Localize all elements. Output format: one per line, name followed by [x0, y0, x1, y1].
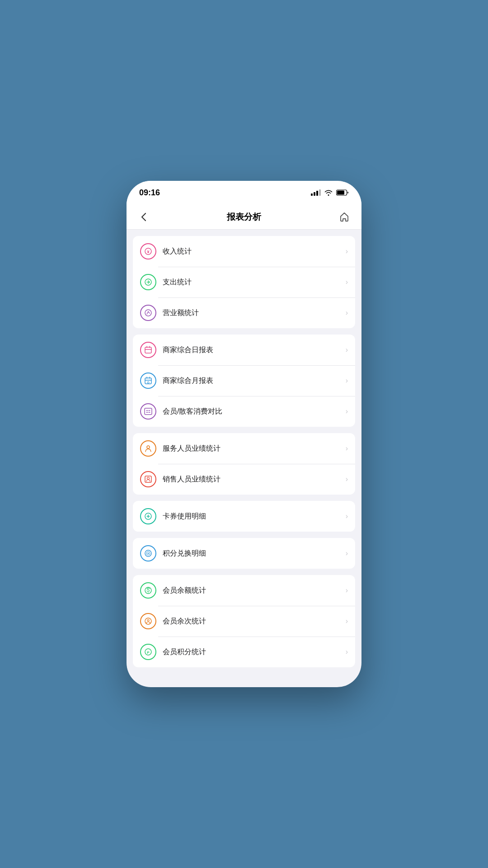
member-points-icon: P: [140, 644, 156, 660]
member-count-icon: [140, 613, 156, 629]
daily-report-icon: [140, 342, 156, 358]
card-detail-icon: [140, 508, 156, 524]
svg-point-19: [147, 619, 149, 621]
chevron-icon: ›: [346, 309, 348, 317]
menu-item-expense[interactable]: 支出统计 ›: [133, 267, 355, 297]
points-exchange-label: 积分兑换明细: [163, 549, 346, 558]
menu-item-income[interactable]: ¥ 收入统计 ›: [133, 236, 355, 267]
points-exchange-icon: [140, 545, 156, 561]
chevron-icon: ›: [346, 648, 348, 656]
menu-item-card-detail[interactable]: 卡券使用明细 ›: [133, 501, 355, 532]
menu-item-member-balance[interactable]: 会员余额统计 ›: [133, 575, 355, 606]
member-balance-label: 会员余额统计: [163, 586, 346, 595]
member-balance-icon: [140, 582, 156, 599]
service-staff-label: 服务人员业绩统计: [163, 444, 346, 453]
svg-text:P: P: [147, 651, 150, 655]
card-detail-label: 卡券使用明细: [163, 512, 346, 521]
menu-item-member-count[interactable]: 会员余次统计 ›: [133, 606, 355, 637]
status-bar: 09:16: [127, 181, 361, 204]
svg-point-8: [147, 382, 149, 383]
home-button[interactable]: [336, 209, 352, 225]
menu-item-member-points[interactable]: P 会员积分统计 ›: [133, 637, 355, 667]
member-count-label: 会员余次统计: [163, 617, 346, 626]
svg-point-16: [148, 553, 149, 554]
menu-item-monthly-report[interactable]: 商家综合月报表 ›: [133, 365, 355, 396]
phone-frame: 09:16: [127, 181, 361, 687]
service-staff-icon: [140, 440, 156, 457]
menu-group-3: 服务人员业绩统计 › 销售人员业绩统计 ›: [133, 433, 355, 495]
menu-item-points-exchange[interactable]: 积分兑换明细 ›: [133, 538, 355, 569]
monthly-report-icon: [140, 373, 156, 389]
chevron-icon: ›: [346, 247, 348, 255]
svg-point-10: [147, 446, 150, 448]
battery-icon: [336, 189, 349, 196]
back-button[interactable]: [136, 209, 152, 225]
svg-rect-9: [145, 408, 152, 415]
daily-report-label: 商家综合日报表: [163, 345, 346, 355]
chevron-icon: ›: [346, 512, 348, 520]
menu-group-6: 会员余额统计 › 会员余次统计 › P: [133, 575, 355, 667]
monthly-report-label: 商家综合月报表: [163, 376, 346, 386]
wifi-icon: [324, 189, 333, 196]
menu-item-daily-report[interactable]: 商家综合日报表 ›: [133, 335, 355, 365]
menu-item-sales-staff[interactable]: 销售人员业绩统计 ›: [133, 464, 355, 495]
menu-item-member-compare[interactable]: 会员/散客消费对比 ›: [133, 396, 355, 427]
nav-bar: 报表分析: [127, 204, 361, 230]
sales-staff-label: 销售人员业绩统计: [163, 475, 346, 484]
chevron-icon: ›: [346, 346, 348, 354]
content-area: ¥ 收入统计 › 支出统计 ›: [127, 230, 361, 687]
svg-point-12: [147, 477, 150, 480]
chevron-icon: ›: [346, 444, 348, 453]
status-time: 09:16: [139, 188, 160, 198]
expense-icon: [140, 274, 156, 290]
menu-item-revenue[interactable]: 营业额统计 ›: [133, 297, 355, 328]
member-points-label: 会员积分统计: [163, 647, 346, 657]
revenue-label: 营业额统计: [163, 308, 346, 318]
sales-staff-icon: [140, 471, 156, 487]
svg-point-5: [145, 310, 151, 316]
menu-group-4: 卡券使用明细 ›: [133, 501, 355, 532]
menu-item-service-staff[interactable]: 服务人员业绩统计 ›: [133, 433, 355, 464]
signal-icon: [311, 189, 321, 196]
svg-text:¥: ¥: [147, 250, 149, 254]
chevron-icon: ›: [346, 549, 348, 557]
member-compare-icon: [140, 403, 156, 420]
member-compare-label: 会员/散客消费对比: [163, 407, 346, 416]
income-label: 收入统计: [163, 247, 346, 256]
expense-label: 支出统计: [163, 278, 346, 287]
chevron-icon: ›: [346, 278, 348, 286]
bottom-spacer: [127, 674, 361, 678]
svg-rect-1: [337, 191, 344, 195]
chevron-icon: ›: [346, 617, 348, 625]
menu-group-1: ¥ 收入统计 › 支出统计 ›: [133, 236, 355, 328]
chevron-icon: ›: [346, 407, 348, 415]
page-title: 报表分析: [227, 211, 261, 223]
svg-rect-7: [145, 378, 151, 384]
svg-rect-6: [145, 347, 151, 353]
chevron-icon: ›: [346, 586, 348, 594]
revenue-icon: [140, 305, 156, 321]
menu-group-2: 商家综合日报表 › 商家综合月报表 ›: [133, 335, 355, 427]
chevron-icon: ›: [346, 475, 348, 483]
menu-group-5: 积分兑换明细 ›: [133, 538, 355, 569]
income-icon: ¥: [140, 243, 156, 259]
chevron-icon: ›: [346, 377, 348, 385]
status-icons: [311, 189, 349, 196]
